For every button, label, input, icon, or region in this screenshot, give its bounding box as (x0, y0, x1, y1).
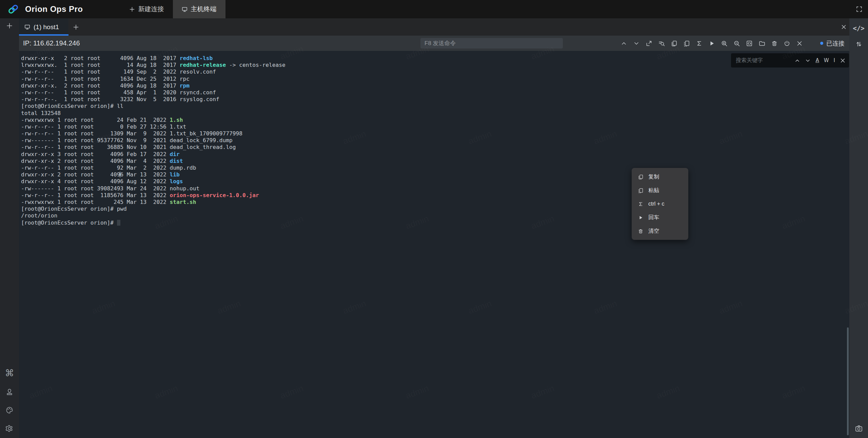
terminal-block-cursor (117, 220, 120, 226)
regex-button[interactable]: I (834, 58, 835, 63)
zoom-in-icon (721, 40, 728, 47)
terminal-line: -rw-r--r-- 1 root root 1185676 Mar 13 20… (21, 192, 849, 199)
ctrl-c-button[interactable] (696, 40, 703, 47)
terminal-line: lrwxrwxrwx. 1 root root 14 Aug 18 2017 r… (21, 62, 849, 69)
run-command-button[interactable] (708, 40, 715, 47)
font-zoom-out-button[interactable] (733, 40, 740, 47)
scroll-down-button[interactable] (633, 40, 640, 47)
terminal-screen[interactable]: drwxr-xr-x 2 root root 4096 Aug 18 2017 … (19, 51, 849, 438)
folder-icon (758, 40, 765, 47)
sigma-icon (696, 40, 703, 47)
new-tab-button[interactable] (73, 18, 79, 36)
open-new-window-button[interactable] (646, 40, 652, 47)
match-case-icon: A (815, 58, 819, 63)
code-icon: </> (853, 24, 864, 32)
plus-icon (129, 6, 135, 12)
search-input[interactable] (736, 57, 792, 63)
monitor-icon (24, 24, 30, 30)
theme-button[interactable] (5, 406, 14, 414)
terminal-line: -rw-r--r-- 1 root root 458 Apr 1 2020 rs… (21, 89, 849, 96)
snippet-panel-button[interactable]: </> (853, 18, 864, 32)
text-cursor (120, 172, 120, 177)
disconnect-button[interactable] (784, 40, 790, 47)
stamp-button[interactable] (5, 388, 14, 396)
right-sidebar: </> (849, 18, 868, 438)
clear-screen-button[interactable] (771, 40, 778, 47)
copy-button[interactable] (671, 40, 677, 47)
font-zoom-in-button[interactable] (721, 40, 728, 47)
host-ip-label: IP: 116.62.194.246 (23, 36, 80, 51)
terminal-line: -rw-r--r-- 1 root root 1309 Mar 9 2022 1… (21, 130, 849, 137)
regex-icon: I (834, 58, 835, 63)
stamp-icon (5, 388, 14, 396)
paste-button[interactable] (683, 40, 690, 47)
tab-label: (1) host1 (34, 23, 59, 31)
terminal-line: -rw------- 1 root root 95377762 Nov 9 20… (21, 137, 849, 144)
trash-icon (638, 228, 644, 234)
search-prev-button[interactable] (794, 58, 800, 63)
play-icon (638, 215, 644, 221)
chevron-down-icon (633, 40, 640, 47)
context-menu-paste[interactable]: 粘贴 (632, 184, 688, 197)
terminal-line: [root@OrionEcsServer orion]# ll (21, 103, 849, 110)
context-menu-copy[interactable]: 复制 (632, 170, 688, 184)
terminal-line: drwxr-xr-x 2 root root 4096 Mar 13 2022 … (21, 171, 849, 178)
play-icon (708, 40, 715, 47)
terminal-line: -rw-r--r--. 1 root root 3232 Nov 5 2016 … (21, 96, 849, 103)
status-dot (820, 42, 823, 45)
send-command-input[interactable] (420, 38, 563, 49)
whole-word-button[interactable]: W (824, 58, 829, 63)
close-icon (796, 40, 803, 47)
app-logo-icon (5, 3, 21, 15)
search-next-button[interactable] (805, 58, 811, 63)
close-terminal-button[interactable] (796, 40, 803, 47)
sidebar-bottom-group: ⌘ (5, 368, 14, 438)
transfer-panel-button[interactable] (855, 41, 862, 47)
terminal-line: drwxr-xr-x 2 root root 4096 Aug 18 2017 … (21, 55, 849, 62)
copy-icon (671, 40, 677, 47)
sftp-folder-button[interactable] (758, 40, 765, 47)
match-case-button[interactable]: A (815, 58, 819, 63)
camera-icon (855, 424, 863, 433)
shortcut-keys-button[interactable]: ⌘ (5, 368, 14, 378)
add-connection-button[interactable] (6, 22, 13, 29)
plus-icon (73, 24, 79, 31)
gear-icon (5, 424, 14, 433)
tab-host1[interactable]: (1) host1 (19, 18, 68, 36)
whole-word-icon: W (824, 58, 829, 63)
terminal-output: drwxr-xr-x 2 root root 4096 Aug 18 2017 … (19, 51, 849, 226)
terminal-line: [root@OrionEcsServer orion]# (21, 220, 849, 226)
close-all-button[interactable] (841, 18, 847, 36)
status-label: 已连接 (826, 39, 845, 47)
command-history-button[interactable] (658, 40, 665, 47)
copy-icon (638, 174, 644, 180)
trash-icon (771, 40, 778, 47)
toolbar-icon-group (620, 36, 803, 51)
menu-new-connection-label: 新建连接 (138, 5, 164, 14)
sigma-icon (638, 201, 644, 207)
screenshot-button[interactable] (855, 424, 863, 433)
terminal-tab-bar: (1) host1 (19, 18, 849, 36)
app-root: Orion Ops Pro 新建连接 主机终端 (0, 0, 868, 438)
menu-new-connection[interactable]: 新建连接 (120, 0, 173, 18)
terminal-scrollbar[interactable] (847, 327, 849, 435)
search-panel: A W I (731, 53, 849, 68)
close-icon (840, 58, 846, 63)
monitor-icon (182, 6, 188, 12)
plus-icon (6, 22, 13, 29)
settings-button[interactable] (5, 424, 14, 433)
code-snippet-button[interactable] (746, 40, 753, 47)
fullscreen-button[interactable] (856, 6, 863, 13)
context-menu-enter[interactable]: 回车 (632, 211, 688, 224)
header-menu: 新建连接 主机终端 (120, 0, 225, 18)
menu-host-terminal[interactable]: 主机终端 (173, 0, 225, 18)
up-down-arrows-icon (855, 41, 862, 47)
context-menu-ctrl-c[interactable]: ctrl + c (632, 197, 688, 211)
search-close-button[interactable] (840, 58, 846, 63)
scroll-up-button[interactable] (620, 40, 627, 47)
paste-icon (638, 188, 644, 193)
paste-icon (683, 40, 690, 47)
terminal-line: total 132548 (21, 110, 849, 117)
context-menu-clear[interactable]: 清空 (632, 224, 688, 238)
terminal-line: -rw-r--r-- 1 root root 149 Sep 2 2022 re… (21, 69, 849, 75)
